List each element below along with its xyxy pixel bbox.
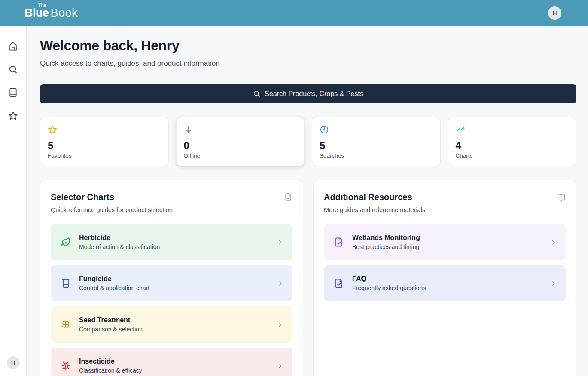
panel-title: Selector Charts — [51, 192, 114, 202]
stat-value: 0 — [184, 139, 297, 152]
list-item-subtitle: Mode of action & classification — [79, 243, 268, 250]
star-icon — [48, 125, 161, 134]
selector-charts-panel: Selector Charts Quick reference guides f… — [40, 180, 303, 376]
list-item-title: Seed Treatment — [79, 316, 268, 324]
list-item-subtitle: Classification & efficacy — [79, 367, 268, 374]
stat-label: Offline — [184, 152, 297, 159]
search-products-button[interactable]: Search Products, Crops & Pests — [40, 84, 576, 103]
bug-icon — [61, 361, 71, 371]
chevron-right-icon — [277, 280, 284, 287]
sidebar-nav — [8, 26, 18, 348]
logo-the: The — [38, 3, 46, 8]
stat-value: 5 — [48, 139, 161, 152]
main-content: Welcome back, Henry Quick access to char… — [27, 26, 588, 376]
list-item-title: FAQ — [352, 275, 542, 283]
file-check-icon — [334, 278, 344, 288]
list-item-wetlands-monitoring[interactable]: Wetlands Monitoring Best practices and t… — [324, 224, 566, 260]
clock-icon — [320, 125, 433, 134]
arrow-down-icon — [184, 125, 297, 134]
list-item-subtitle: Frequently asked questions — [352, 285, 542, 291]
list-item-fungicide[interactable]: Fungicide Control & application chart — [51, 265, 292, 301]
stat-label: Searches — [320, 152, 433, 159]
star-icon[interactable] — [8, 111, 18, 121]
list-item-subtitle: Comparison & selection — [79, 326, 268, 333]
search-button-label: Search Products, Crops & Pests — [265, 90, 363, 98]
book-open-icon — [557, 193, 566, 202]
sidebar-avatar[interactable]: H — [7, 356, 20, 369]
stat-card-favorites[interactable]: 5 Favorites — [40, 117, 169, 166]
sidebar-footer: H — [0, 348, 26, 376]
logo-book: Book — [51, 7, 78, 19]
stat-value: 4 — [456, 139, 569, 152]
list-item-title: Wetlands Monitoring — [352, 234, 542, 242]
sidebar: H — [0, 26, 27, 376]
chevron-right-icon — [277, 321, 284, 328]
header-avatar[interactable]: H — [548, 6, 561, 20]
book-icon[interactable] — [8, 88, 18, 97]
stat-card-charts[interactable]: 4 Charts — [448, 117, 577, 166]
list-item-title: Fungicide — [79, 275, 268, 283]
list-item-subtitle: Control & application chart — [79, 285, 268, 291]
page-title: Welcome back, Henry — [40, 38, 576, 54]
list-item-title: Insecticide — [79, 358, 268, 365]
additional-resources-panel: Additional Resources More guides and ref… — [313, 180, 576, 376]
stat-label: Charts — [456, 152, 569, 159]
chevron-right-icon — [550, 280, 557, 287]
panel-subtitle: More guides and reference materials — [324, 206, 566, 213]
stat-value: 5 — [320, 139, 433, 152]
list-item-title: Herbicide — [79, 234, 268, 242]
chevron-right-icon — [550, 239, 557, 246]
app-header: The Blue Book H — [0, 0, 588, 26]
file-text-icon — [284, 193, 292, 201]
chevron-right-icon — [277, 239, 284, 246]
page-subtitle: Quick access to charts, guides, and prod… — [40, 59, 576, 68]
list-item-herbicide[interactable]: Herbicide Mode of action & classificatio… — [51, 224, 292, 260]
stat-label: Favorites — [48, 152, 161, 159]
stats-row: 5 Favorites 0 Offline 5 Searches 4 Chart… — [40, 117, 576, 166]
list-item-faq[interactable]: FAQ Frequently asked questions — [324, 265, 566, 301]
search-icon[interactable] — [8, 64, 18, 74]
stat-card-searches[interactable]: 5 Searches — [312, 117, 441, 166]
list-item-insecticide[interactable]: Insecticide Classification & efficacy — [51, 348, 292, 376]
additional-resources-list: Wetlands Monitoring Best practices and t… — [324, 224, 566, 301]
file-check-icon — [334, 237, 344, 247]
flower-icon — [61, 319, 71, 330]
leaf-icon — [61, 237, 71, 247]
home-icon[interactable] — [8, 41, 18, 51]
blue-book-logo[interactable]: The Blue Book — [24, 7, 78, 19]
panel-title: Additional Resources — [324, 192, 412, 202]
logo-blue: Blue — [24, 7, 49, 19]
search-icon — [253, 90, 260, 97]
list-item-subtitle: Best practices and timing — [352, 243, 542, 250]
list-item-seed-treatment[interactable]: Seed Treatment Comparison & selection — [51, 306, 292, 343]
panels-row: Selector Charts Quick reference guides f… — [40, 180, 576, 376]
beaker-icon — [61, 278, 71, 288]
stat-card-offline[interactable]: 0 Offline — [176, 117, 305, 166]
panel-subtitle: Quick reference guides for product selec… — [51, 206, 292, 213]
trending-up-icon — [456, 125, 569, 134]
chevron-right-icon — [277, 362, 284, 370]
selector-charts-list: Herbicide Mode of action & classificatio… — [51, 224, 292, 376]
